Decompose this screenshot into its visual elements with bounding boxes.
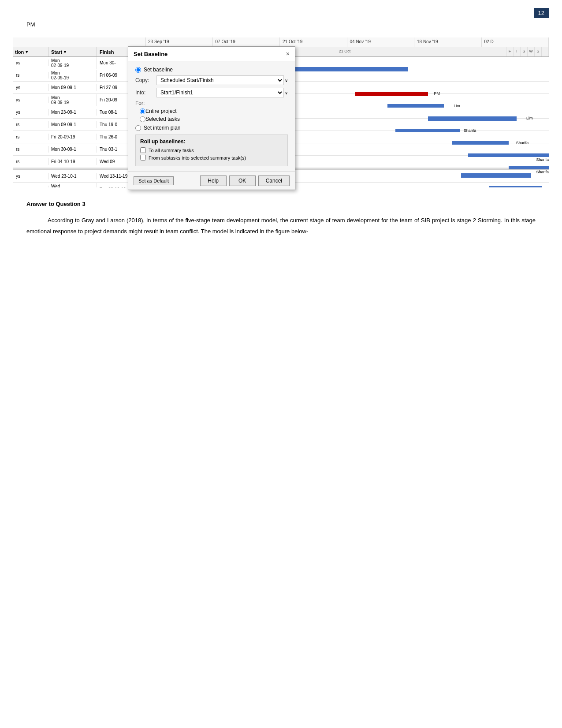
dialog-title: Set Baseline xyxy=(134,51,167,57)
timeline-date-5: 18 Nov '19 xyxy=(414,37,482,47)
col-header-start: Start ▼ xyxy=(48,47,97,56)
for-label: For: xyxy=(135,100,288,106)
copy-select[interactable]: Scheduled Start/Finish xyxy=(156,75,284,85)
from-subtasks-label: From subtasks into selected summary task… xyxy=(149,155,246,161)
timeline-date-1: 23 Sep '19 xyxy=(145,37,213,47)
selected-tasks-radio-row: Selected tasks xyxy=(140,116,288,122)
answer-paragraph-1: According to Gray and Larson (2018), in … xyxy=(26,215,536,237)
day-s2: S xyxy=(535,47,542,56)
close-button[interactable]: × xyxy=(286,50,290,57)
selected-tasks-radio[interactable] xyxy=(140,116,145,122)
set-interim-radio[interactable] xyxy=(135,125,141,131)
day-s: S xyxy=(521,47,528,56)
copy-label: Copy: xyxy=(135,77,156,83)
into-select[interactable]: Start1/Finish1 xyxy=(156,88,284,97)
day-t: T xyxy=(514,47,521,56)
selected-tasks-label: Selected tasks xyxy=(145,116,180,122)
page-number: 12 xyxy=(534,8,549,18)
day-w: W xyxy=(528,47,535,56)
to-all-summary-label: To all summary tasks xyxy=(149,148,194,153)
ok-button[interactable]: OK xyxy=(229,175,256,186)
set-baseline-radio-row: Set baseline xyxy=(135,67,288,73)
help-button[interactable]: Help xyxy=(200,175,227,186)
from-subtasks-checkbox[interactable] xyxy=(140,155,146,161)
entire-project-label: Entire project xyxy=(145,108,177,114)
rollup-section: Roll up baselines: To all summary tasks … xyxy=(135,134,288,166)
answer-heading: Answer to Question 3 xyxy=(26,201,536,207)
text-section: Answer to Question 3 According to Gray a… xyxy=(26,201,536,245)
into-field-row: Into: Start1/Finish1 ∨ xyxy=(135,88,288,97)
set-baseline-radio[interactable] xyxy=(135,67,141,73)
set-interim-radio-row: Set interim plan xyxy=(135,125,288,131)
timeline-date-6: 02 D xyxy=(482,37,549,47)
set-baseline-dialog: Set Baseline × Set baseline Copy: Schedu… xyxy=(128,46,295,190)
set-baseline-label: Set baseline xyxy=(144,67,173,73)
to-all-summary-row: To all summary tasks xyxy=(140,147,283,153)
pm-label: PM xyxy=(26,21,35,28)
day-t2: T xyxy=(542,47,549,56)
timeline-date-2: 07 Oct '19 xyxy=(213,37,280,47)
timeline-date-3: 21 Oct '19 xyxy=(280,37,347,47)
timeline-date-4: 04 Nov '19 xyxy=(347,37,415,47)
day-f: F xyxy=(506,47,514,56)
from-subtasks-row: From subtasks into selected summary task… xyxy=(140,155,283,161)
set-interim-label: Set interim plan xyxy=(144,125,180,131)
cancel-button[interactable]: Cancel xyxy=(258,175,290,186)
entire-project-radio[interactable] xyxy=(140,108,145,114)
copy-field-row: Copy: Scheduled Start/Finish ∨ xyxy=(135,75,288,85)
to-all-summary-checkbox[interactable] xyxy=(140,147,146,153)
set-default-button[interactable]: Set as Default xyxy=(134,176,174,185)
rollup-title: Roll up baselines: xyxy=(140,138,283,145)
entire-project-radio-row: Entire project xyxy=(140,108,288,114)
into-label: Into: xyxy=(135,90,156,96)
col-header-type: tion ▼ xyxy=(13,47,48,56)
